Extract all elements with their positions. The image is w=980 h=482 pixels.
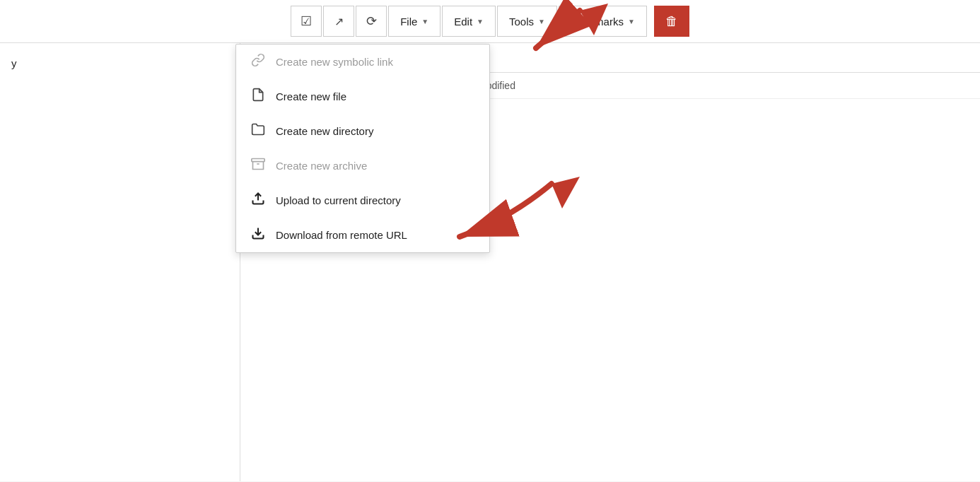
new-archive-icon: [250, 157, 266, 175]
download-label: Download from remote URL: [276, 229, 407, 241]
upload-label: Upload to current directory: [276, 194, 401, 206]
export-button[interactable]: ↗: [323, 6, 354, 37]
edit-chevron-icon: ▼: [477, 18, 484, 25]
menu-item-new-file[interactable]: Create new file: [236, 79, 489, 114]
tools-chevron-icon: ▼: [538, 18, 545, 25]
menu-item-upload[interactable]: Upload to current directory: [236, 183, 489, 218]
new-file-label: Create new file: [276, 90, 346, 102]
export-icon: ↗: [334, 15, 344, 28]
delete-icon: 🗑: [665, 14, 678, 29]
new-file-icon: [250, 88, 266, 105]
new-archive-label: Create new archive: [276, 160, 367, 172]
file-dropdown-menu: Create new symbolic link Create new file…: [235, 44, 490, 253]
menu-item-symbolic-link[interactable]: Create new symbolic link: [236, 45, 489, 79]
col-modified[interactable]: Modified: [478, 80, 563, 91]
menu-item-new-archive[interactable]: Create new archive: [236, 148, 489, 183]
toolbar: ☑ ↗ ⟳ File ▼ Edit ▼ Tools ▼ Bookmarks ▼ …: [0, 0, 980, 43]
symbolic-link-icon: [250, 53, 266, 71]
delete-button[interactable]: 🗑: [654, 6, 689, 37]
sidebar-label: y: [11, 57, 17, 69]
new-directory-label: Create new directory: [276, 125, 373, 137]
refresh-button[interactable]: ⟳: [356, 6, 387, 37]
file-chevron-icon: ▼: [421, 18, 428, 25]
check-icon: ☑: [301, 13, 312, 29]
bookmarks-menu-label: Bookmarks: [571, 16, 624, 28]
tools-menu-label: Tools: [509, 16, 534, 28]
edit-menu-button[interactable]: Edit ▼: [442, 6, 496, 37]
file-menu-button[interactable]: File ▼: [388, 6, 441, 37]
symbolic-link-label: Create new symbolic link: [276, 56, 393, 68]
menu-item-download[interactable]: Download from remote URL: [236, 218, 489, 252]
svg-rect-0: [252, 159, 264, 162]
download-icon: [250, 226, 266, 244]
file-menu-label: File: [400, 16, 417, 28]
refresh-icon: ⟳: [366, 13, 377, 29]
bookmarks-menu-button[interactable]: Bookmarks ▼: [559, 6, 647, 37]
sidebar: y: [0, 43, 240, 481]
edit-menu-label: Edit: [454, 16, 472, 28]
main-area: y public_html public_html Size Owner ▲▼ …: [0, 43, 980, 481]
tools-menu-button[interactable]: Tools ▼: [497, 6, 557, 37]
upload-icon: [250, 192, 266, 209]
bookmarks-chevron-icon: ▼: [628, 18, 635, 25]
new-directory-icon: [250, 122, 266, 140]
menu-item-new-directory[interactable]: Create new directory: [236, 114, 489, 148]
check-button[interactable]: ☑: [291, 6, 322, 37]
